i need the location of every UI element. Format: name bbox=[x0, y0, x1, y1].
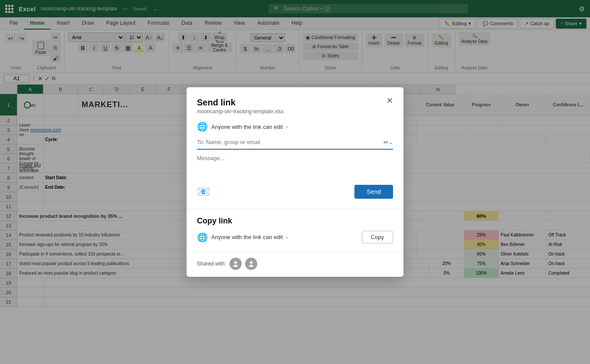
modal-overlay: Send link mooncamp-okr-tracking-template… bbox=[0, 0, 590, 364]
copy-link-button[interactable]: Copy bbox=[362, 231, 393, 243]
copy-permissions[interactable]: 🌐 Anyone with the link can edit › bbox=[197, 232, 288, 243]
message-input[interactable] bbox=[197, 155, 393, 177]
send-link-modal: Send link mooncamp-okr-tracking-template… bbox=[187, 87, 403, 277]
permissions-row[interactable]: 🌐 Anyone with the link can edit › bbox=[197, 121, 393, 132]
modal-body: 🌐 Anyone with the link can edit › ✏ ⌄ 📧 … bbox=[187, 118, 403, 209]
modal-filename: mooncamp-okr-tracking-template.xlsx bbox=[197, 108, 284, 115]
permissions-text: Anyone with the link can edit bbox=[211, 124, 283, 130]
avatar-2[interactable] bbox=[245, 258, 257, 270]
copy-link-section: Copy link 🌐 Anyone with the link can edi… bbox=[187, 210, 403, 252]
permissions-arrow: › bbox=[286, 124, 288, 129]
recipient-input[interactable] bbox=[197, 137, 384, 147]
modal-header: Send link mooncamp-okr-tracking-template… bbox=[187, 87, 403, 118]
globe-icon: 🌐 bbox=[197, 121, 208, 132]
copy-link-title: Copy link bbox=[197, 216, 393, 226]
avatar-1[interactable] bbox=[229, 258, 242, 270]
modal-actions: 📧 Send bbox=[197, 183, 393, 202]
options-chevron-button[interactable]: ⌄ bbox=[389, 139, 393, 145]
recipient-row: ✏ ⌄ bbox=[197, 137, 393, 150]
modal-close-button[interactable]: ✕ bbox=[387, 96, 393, 105]
person-icon-2 bbox=[248, 260, 255, 267]
copy-permissions-text: Anyone with the link can edit bbox=[211, 234, 283, 240]
copy-globe-icon: 🌐 bbox=[197, 232, 208, 243]
modal-title: Send link bbox=[197, 98, 284, 108]
copy-row: 🌐 Anyone with the link can edit › Copy bbox=[197, 231, 393, 243]
permissions-edit-button[interactable]: ✏ bbox=[384, 139, 389, 146]
person-icon-1 bbox=[232, 260, 239, 267]
copy-permissions-arrow: › bbox=[286, 235, 288, 240]
outlook-icon: 📧 bbox=[197, 186, 210, 198]
shared-with-label: Shared with: bbox=[197, 261, 226, 267]
send-button[interactable]: Send bbox=[354, 185, 393, 199]
shared-with-row: Shared with: bbox=[187, 252, 403, 277]
